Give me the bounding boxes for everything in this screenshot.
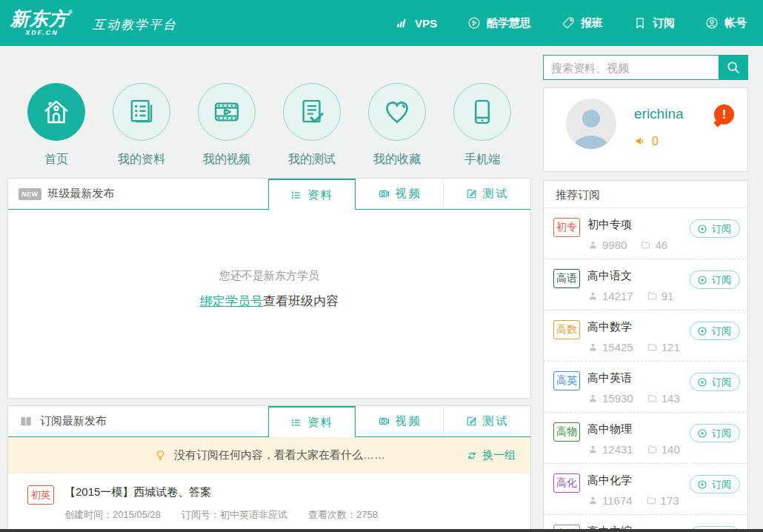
book-icon xyxy=(19,414,33,429)
subscribe-button-label: 订阅 xyxy=(712,273,731,287)
recommend-item-title[interactable]: 初中专项 xyxy=(587,218,690,232)
topnav-subscribe-label: 订阅 xyxy=(653,16,675,30)
bottom-edge-strip xyxy=(0,529,763,532)
quicknav-my-favorites[interactable]: 我的收藏 xyxy=(363,83,431,167)
file-count: 140 xyxy=(662,443,680,456)
subscribe-tab-tests[interactable]: 测试 xyxy=(443,406,530,436)
subscribe-button[interactable]: 订阅 xyxy=(690,219,740,238)
recommend-item-body: 高中物理 12431 140 xyxy=(587,422,690,456)
search-button[interactable] xyxy=(719,55,748,80)
subscribe-latest-panel: 订阅最新发布 资料 视频 测试 没有订阅任何内容，看看大家在看什么…… xyxy=(7,405,531,532)
subscribers-icon xyxy=(587,342,599,353)
feed-item[interactable]: 初英 【2015一模】西城试卷、答案 创建时间：2015/05/28 订阅号：初… xyxy=(10,473,529,532)
feed-item-title[interactable]: 【2015一模】西城试卷、答案 xyxy=(64,485,378,499)
signal-bars-icon xyxy=(395,16,410,30)
recommend-item-counts: 15425 121 xyxy=(587,341,690,353)
topnav-account[interactable]: 帐号 xyxy=(704,16,747,30)
quicknav-mobile[interactable]: 手机端 xyxy=(448,83,516,167)
subscribe-button[interactable]: 订阅 xyxy=(690,475,740,493)
file-count: 91 xyxy=(662,290,674,302)
subscriber-count: 15930 xyxy=(602,392,633,405)
subscribers-icon xyxy=(587,444,599,455)
topnav-baoban[interactable]: 报班 xyxy=(561,16,603,30)
quicknav-my-videos[interactable]: 我的视频 xyxy=(193,83,261,167)
file-count: 143 xyxy=(662,392,680,405)
class-panel-title-area: NEW 班级最新发布 xyxy=(8,179,268,209)
subscribe-button[interactable]: 订阅 xyxy=(690,322,740,340)
phone-icon xyxy=(467,96,498,127)
quicknav-mobile-circle xyxy=(453,83,511,141)
feed-item-body: 【2015一模】西城试卷、答案 创建时间：2015/05/28 订阅号：初中英语… xyxy=(64,485,378,522)
feed-item-meta: 创建时间：2015/05/28 订阅号：初中英语非应试 查看次数：2758 xyxy=(64,508,378,522)
topnav-subscribe[interactable]: 订阅 xyxy=(633,16,675,30)
new-badge: NEW xyxy=(19,188,41,200)
recommend-item-body: 高中数学 15425 121 xyxy=(587,320,690,353)
recommend-item-title[interactable]: 高中英语 xyxy=(587,371,690,385)
home-icon xyxy=(41,96,72,127)
folder-icon xyxy=(647,290,658,302)
xdf-logo[interactable]: 新东方® XDF.CN xyxy=(10,10,73,36)
class-tab-materials[interactable]: 资料 xyxy=(268,179,356,210)
quicknav-home-circle xyxy=(27,83,85,141)
class-tab-videos-label: 视频 xyxy=(396,187,422,201)
subscribe-tab-videos-label: 视频 xyxy=(396,414,422,428)
subscribe-tab-videos[interactable]: 视频 xyxy=(356,406,443,436)
class-tab-tests[interactable]: 测试 xyxy=(443,179,530,209)
recommend-item-gaoyu: 高语 高中语文 14217 91 订阅 xyxy=(544,259,747,310)
quicknav-my-materials[interactable]: 我的资料 xyxy=(107,83,176,167)
file-count: 121 xyxy=(662,341,680,353)
recommend-item-gaohua: 高化 高中化学 11674 173 订阅 xyxy=(544,464,747,515)
subscribe-tab-materials[interactable]: 资料 xyxy=(268,406,356,437)
documents-icon xyxy=(126,96,157,127)
subscribe-panel-title-area: 订阅最新发布 xyxy=(8,406,268,436)
user-circle-icon xyxy=(704,16,719,30)
alert-mark: ! xyxy=(722,107,727,122)
recommend-item-title[interactable]: 高中数学 xyxy=(587,320,690,334)
refresh-icon xyxy=(466,450,478,462)
avatar[interactable] xyxy=(566,99,616,149)
bind-student-link[interactable]: 绑定学员号 xyxy=(200,294,263,308)
message-row[interactable]: 0 xyxy=(634,134,659,148)
subscribe-button-label: 订阅 xyxy=(712,222,731,236)
play-circle-icon xyxy=(467,16,482,30)
recommend-badge: 高物 xyxy=(553,422,580,442)
quicknav-home[interactable]: 首页 xyxy=(22,83,90,167)
subscribe-button-label: 订阅 xyxy=(712,478,731,491)
class-tab-videos[interactable]: 视频 xyxy=(356,179,443,209)
plus-circle-icon xyxy=(696,274,708,286)
notice-text: 没有订阅任何内容，看看大家在看什么…… xyxy=(174,448,385,462)
bind-student-line: 绑定学员号查看班级内容 xyxy=(8,293,530,310)
search-input[interactable] xyxy=(543,55,719,80)
quicknav-tests-label: 我的测试 xyxy=(278,152,346,167)
username[interactable]: erichina xyxy=(634,106,684,122)
subscribe-button-label: 订阅 xyxy=(712,376,731,389)
recommend-badge: 初专 xyxy=(553,218,580,237)
subscriber-count: 14217 xyxy=(602,290,633,302)
subscribe-button[interactable]: 订阅 xyxy=(690,424,740,442)
change-group-label: 换一组 xyxy=(482,448,516,462)
folder-icon xyxy=(646,495,657,506)
recommend-item-title[interactable]: 高中物理 xyxy=(587,422,690,436)
topnav-kuxue-huisi[interactable]: 酷学慧思 xyxy=(467,16,531,30)
recommend-item-title[interactable]: 高中化学 xyxy=(587,473,690,488)
topnav-kuxue-label: 酷学慧思 xyxy=(487,16,531,30)
recommend-item-gaowu: 高物 高中物理 12431 140 订阅 xyxy=(544,413,747,464)
subscribe-button[interactable]: 订阅 xyxy=(690,373,740,391)
subscribe-panel-tabs: 资料 视频 测试 xyxy=(268,406,530,436)
recommend-item-title[interactable]: 高中语文 xyxy=(587,269,690,283)
topnav-vps[interactable]: VPS xyxy=(395,16,437,30)
plus-circle-icon xyxy=(696,479,708,491)
change-group-button[interactable]: 换一组 xyxy=(466,437,516,473)
folder-icon xyxy=(647,444,658,455)
recommend-item-counts: 12431 140 xyxy=(587,443,690,456)
plus-circle-icon xyxy=(696,428,708,439)
subscribe-panel-header: 订阅最新发布 资料 视频 测试 xyxy=(8,406,530,437)
registered-mark: ® xyxy=(68,9,73,16)
quicknav-my-tests[interactable]: 我的测试 xyxy=(278,83,346,167)
alert-badge[interactable]: ! xyxy=(714,104,734,124)
view-class-text: 查看班级内容 xyxy=(263,294,339,308)
subscribe-tab-tests-label: 测试 xyxy=(483,414,510,428)
subscribe-button[interactable]: 订阅 xyxy=(690,270,740,289)
recommend-subscriptions-panel: 推荐订阅 初专 初中专项 9980 46 订阅 高语 高中语文 xyxy=(543,180,748,532)
subscribers-icon xyxy=(587,393,599,404)
